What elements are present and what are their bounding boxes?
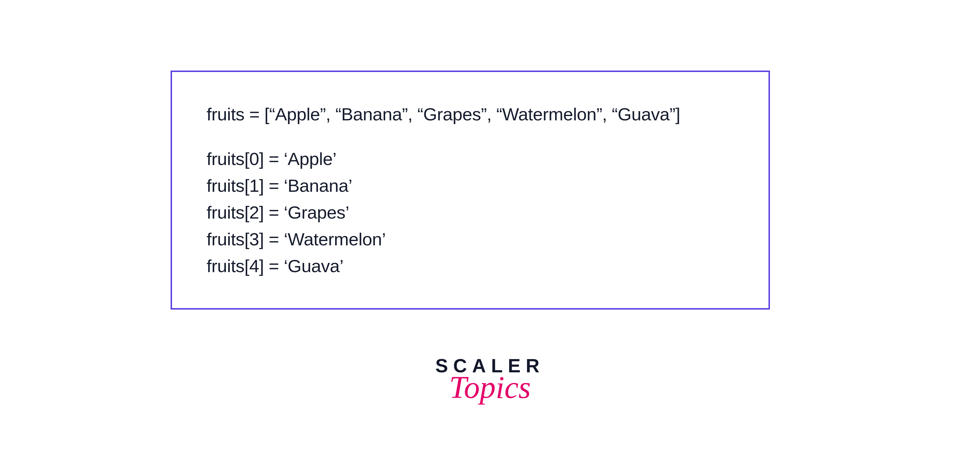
canvas: fruits = [“Apple”, “Banana”, “Grapes”, “… (0, 0, 980, 476)
logo-sub-text: Topics (435, 369, 545, 406)
code-line-2: fruits[2] = ‘Grapes’ (207, 199, 740, 226)
code-line-3: fruits[3] = ‘Watermelon’ (207, 226, 740, 252)
code-declaration: fruits = [“Apple”, “Banana”, “Grapes”, “… (207, 101, 740, 128)
code-box: fruits = [“Apple”, “Banana”, “Grapes”, “… (170, 71, 770, 309)
blank-line (207, 128, 740, 145)
code-line-0: fruits[0] = ‘Apple’ (207, 145, 740, 172)
brand-logo: SCALER Topics (435, 355, 545, 406)
code-line-4: fruits[4] = ‘Guava’ (207, 252, 740, 279)
code-line-1: fruits[1] = ‘Banana’ (207, 172, 740, 199)
